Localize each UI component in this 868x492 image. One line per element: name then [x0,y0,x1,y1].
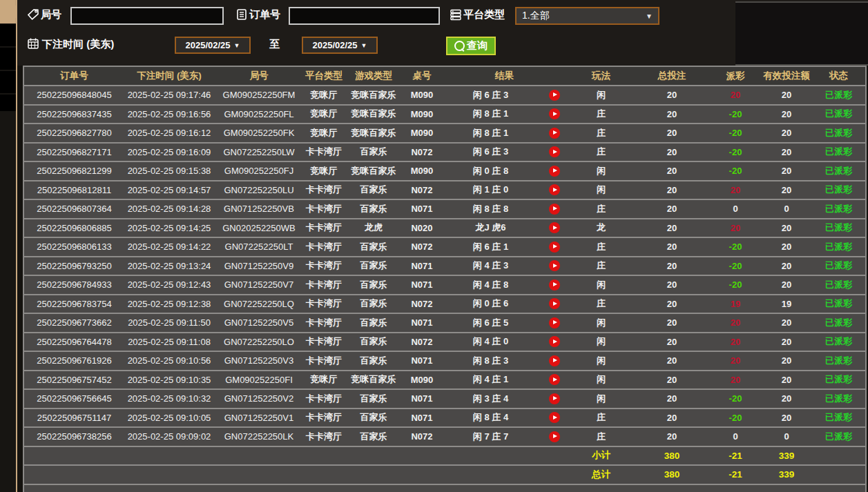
cell-result: 闲 8 庄 4 [441,411,541,424]
cell-valid-bet: 0 [761,431,812,442]
cell-game-type: 百家乐 [344,203,403,215]
cell-bet-time: 2025-02-25 09:15:38 [124,166,214,176]
cell-platform: 卡卡湾厅 [304,431,344,443]
clipboard-icon [235,8,248,21]
play-replay-icon[interactable] [549,355,560,366]
top-right-panel [735,1,868,66]
cell-payout: -20 [710,128,761,138]
cell-result: 闲 4 庄 0 [441,335,541,348]
play-replay-icon[interactable] [549,184,560,195]
cell-result: 闲 8 庄 1 [441,108,541,120]
date-to-picker[interactable]: 2025/02/25 ▼ [302,37,378,54]
cell-total-bet: 20 [634,147,710,157]
cell-replay [541,374,568,385]
play-replay-icon[interactable] [549,146,560,157]
cell-game-type: 竞咪百家乐 [344,89,403,101]
play-replay-icon[interactable] [549,393,560,404]
col-header-total-bet: 总投注 [634,70,710,82]
cell-table-no: M090 [403,109,441,119]
cell-replay [541,431,568,442]
cell-bet-time: 2025-02-25 09:12:43 [124,279,214,290]
play-replay-icon[interactable] [549,298,560,309]
play-replay-icon[interactable] [549,90,560,101]
cell-payout: -20 [710,261,761,271]
cell-game-type: 百家乐 [344,393,403,405]
cell-status: 已派彩 [812,373,865,386]
subtotal-payout: -21 [710,451,761,461]
cell-valid-bet: 20 [761,375,812,385]
table-row: 2502250967382562025-02-25 09:09:02GN0722… [24,426,865,446]
play-replay-icon[interactable] [549,317,560,328]
cell-game-type: 百家乐 [344,146,403,158]
total-row: 总计 380 -21 339 [24,464,865,484]
cell-round-id: GM090252250FJ [214,166,304,176]
date-from-picker[interactable]: 2025/02/25 ▼ [175,37,251,54]
play-replay-icon[interactable] [549,412,560,423]
cell-bet-time: 2025-02-25 09:10:05 [124,413,214,423]
cell-valid-bet: 20 [761,185,812,195]
cell-status: 已派彩 [812,393,865,405]
cell-table-no: N071 [403,279,441,290]
play-replay-icon[interactable] [549,128,560,139]
play-replay-icon[interactable] [549,374,560,385]
cell-payout: -20 [710,393,761,404]
cell-bet-time: 2025-02-25 09:14:57 [124,185,214,195]
play-replay-icon[interactable] [549,260,560,271]
cell-status: 已派彩 [812,108,865,120]
cell-result: 闲 3 庄 4 [441,393,541,405]
cell-bet-time: 2025-02-25 09:14:25 [124,223,214,233]
cell-replay [541,184,568,195]
chevron-down-icon: ▼ [646,12,653,20]
cell-platform: 卡卡湾厅 [304,411,344,424]
cell-result: 闲 0 庄 6 [441,297,541,310]
cell-total-bet: 20 [634,90,710,100]
cell-platform: 卡卡湾厅 [304,222,344,234]
cell-valid-bet: 0 [761,204,812,214]
cell-total-bet: 20 [634,299,710,309]
cell-replay [541,108,568,119]
cell-status: 已派彩 [812,222,865,234]
cell-bet-time: 2025-02-25 09:16:09 [124,147,214,157]
cell-payout: 20 [710,317,761,328]
cell-result: 闲 1 庄 0 [441,184,541,196]
play-replay-icon[interactable] [549,242,560,253]
col-header-bet-time: 下注时间 (美东) [124,70,214,82]
total-label: 总计 [568,469,634,481]
play-replay-icon[interactable] [549,166,560,177]
play-replay-icon[interactable] [549,222,560,233]
cell-status: 已派彩 [812,146,865,158]
cell-round-id: GN071252250V3 [214,355,304,366]
cell-order-id: 250225096806885 [24,223,124,233]
cell-platform: 竞咪厅 [304,373,344,386]
cell-status: 已派彩 [812,317,865,329]
table-row: 2502250968271712025-02-25 09:16:09GN0722… [24,142,865,161]
play-replay-icon[interactable] [549,204,560,215]
cell-play-type: 庄 [568,127,634,139]
subtotal-valid-bet: 339 [761,451,812,461]
order-id-input[interactable] [289,7,440,25]
cell-table-no: N071 [403,355,441,366]
play-replay-icon[interactable] [549,431,560,442]
play-replay-icon[interactable] [549,279,560,291]
cell-valid-bet: 20 [761,413,812,423]
cell-payout: -20 [710,279,761,290]
cell-play-type: 闲 [568,165,634,177]
cell-table-no: N072 [403,242,441,252]
cell-total-bet: 20 [634,204,710,214]
cell-round-id: GM090252250FL [214,109,304,119]
query-button[interactable]: 查询 [446,37,496,55]
cell-play-type: 庄 [568,411,634,424]
cell-play-type: 庄 [568,146,634,158]
round-id-input[interactable] [70,7,224,25]
cell-round-id: GN071252250V1 [214,413,304,423]
play-replay-icon[interactable] [549,108,560,119]
play-replay-icon[interactable] [549,336,560,347]
platform-type-select[interactable]: 1.全部 ▼ [515,7,659,25]
table-row: 2502250968212992025-02-25 09:15:38GM0902… [24,161,865,180]
total-payout: -21 [710,469,761,480]
col-header-round-id: 局号 [214,70,304,82]
cell-platform: 卡卡湾厅 [304,203,344,215]
cell-total-bet: 20 [634,185,710,195]
cell-valid-bet: 20 [761,166,812,176]
cell-total-bet: 20 [634,242,710,252]
